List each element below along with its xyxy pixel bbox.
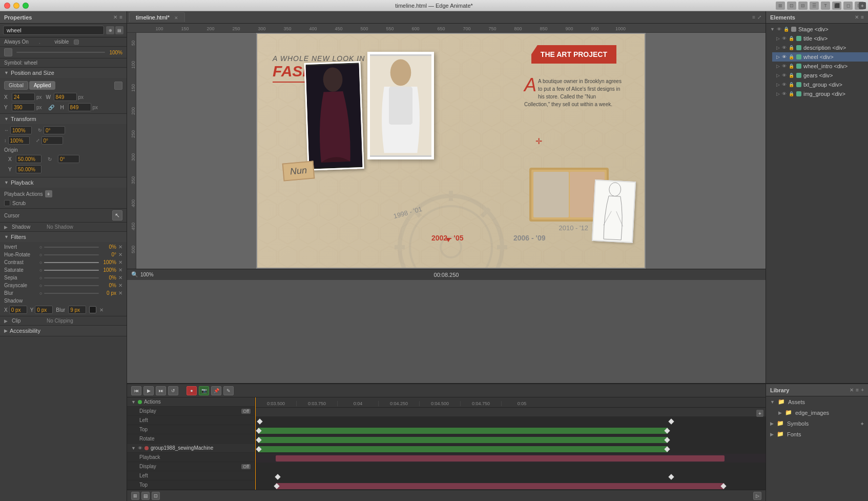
tl-display2-diamond-start[interactable]: [275, 474, 280, 479]
w-input[interactable]: [54, 93, 77, 101]
shadow-color-swatch[interactable]: [89, 306, 96, 313]
fonts-folder-icon: 📁: [777, 431, 784, 437]
title-label: title <div>: [803, 35, 828, 42]
sepia-reset[interactable]: ✕: [118, 275, 122, 280]
shadow-blur-input[interactable]: [68, 306, 86, 314]
tl-step-button[interactable]: ⏭: [156, 386, 166, 395]
library-close-icon[interactable]: ✕: [850, 387, 854, 393]
search-options-icon[interactable]: ▤: [115, 26, 123, 34]
library-assets[interactable]: ▼ 📁 Assets: [766, 396, 868, 407]
search-icon[interactable]: ⊕: [106, 26, 114, 34]
global-button[interactable]: Global: [4, 81, 28, 90]
invert-slider[interactable]: [44, 247, 99, 248]
contrast-reset[interactable]: ✕: [118, 259, 122, 265]
y-input[interactable]: [12, 103, 35, 111]
library-edge-images[interactable]: ▶ 📁 edge_images: [766, 407, 868, 418]
ruler-v-100: 100: [131, 61, 136, 69]
tl-diamond-2[interactable]: [668, 418, 674, 424]
tl-pin-button[interactable]: 📌: [211, 386, 221, 395]
tab-timeline[interactable]: timeline.html* ✕: [129, 12, 185, 22]
contrast-slider[interactable]: [44, 262, 99, 263]
tl-record-button[interactable]: ●: [187, 386, 197, 395]
origin-y-input[interactable]: [16, 165, 42, 173]
transform-header[interactable]: ▼ Transform: [0, 114, 127, 124]
properties-menu-icon[interactable]: ≡: [119, 14, 122, 20]
tab-bar-expand-icon[interactable]: ⤢: [757, 14, 761, 20]
tl-bottom-btn-1[interactable]: ⊞: [131, 492, 139, 500]
tl-bottom-btn-2[interactable]: ▤: [141, 492, 150, 500]
scale-y-input[interactable]: [8, 136, 30, 145]
tl-sewing-expand[interactable]: ▼: [131, 446, 136, 451]
library-fonts[interactable]: ▶ 📁 Fonts: [766, 429, 868, 439]
tl-diamond-1[interactable]: [257, 418, 262, 424]
blur-slider[interactable]: [44, 293, 99, 294]
visible-checkbox[interactable]: [74, 39, 79, 45]
tl-bottom-btn-right[interactable]: ▷: [753, 492, 761, 500]
element-wheel-intro[interactable]: ▷ 👁 🔒 wheel_intro <div>: [772, 62, 868, 71]
tl-playhead[interactable]: [255, 397, 256, 490]
element-description[interactable]: ▷ 👁 🔒 description <div>: [772, 43, 868, 52]
shadow-remove-icon[interactable]: ✕: [99, 307, 104, 313]
shadow-x-input[interactable]: [9, 306, 27, 314]
element-txt-group[interactable]: ▷ 👁 🔒 txt_group <div>: [772, 80, 868, 89]
x-input[interactable]: [12, 93, 35, 101]
position-options-icon[interactable]: [114, 82, 122, 90]
maximize-button[interactable]: [23, 3, 29, 9]
tl-edit-button[interactable]: ✎: [223, 386, 234, 395]
grayscale-reset[interactable]: ✕: [118, 283, 122, 288]
scale-x-input[interactable]: [10, 126, 32, 134]
tl-track-add-button[interactable]: +: [756, 410, 763, 417]
filters-header[interactable]: ▼ Filters: [0, 232, 127, 242]
tl-actions-expand[interactable]: ▼: [131, 399, 136, 405]
canvas-stage: A WHOLE NEW LOOK IN FASHION. THE ART PRO…: [136, 33, 766, 269]
hue-reset[interactable]: ✕: [118, 252, 122, 257]
tab-bar-menu-icon[interactable]: ≡: [752, 14, 755, 20]
tl-loop-button[interactable]: ↺: [168, 386, 178, 395]
skew-input[interactable]: [42, 136, 63, 145]
cursor-preview[interactable]: ↖: [112, 210, 122, 221]
tab-close-icon[interactable]: ✕: [174, 15, 178, 21]
tl-display2-diamond-end[interactable]: [668, 474, 674, 479]
playback-header[interactable]: ▼ Playback: [0, 177, 127, 188]
symbols-add-icon[interactable]: +: [861, 420, 864, 427]
search-input[interactable]: [3, 26, 104, 35]
origin-angle-icon: ↻: [48, 156, 52, 162]
origin-angle-input[interactable]: [58, 155, 79, 163]
tl-play-button[interactable]: ▶: [143, 386, 154, 395]
elements-close-icon[interactable]: ✕: [855, 14, 859, 20]
tl-bottom-btn-3[interactable]: ⊡: [152, 492, 160, 500]
minimize-button[interactable]: [13, 3, 19, 9]
elements-menu-icon[interactable]: ≡: [861, 14, 864, 20]
elements-panel: Elements ✕ ≡ ▼ 👁 🔒 Stage <div> ▷: [766, 11, 868, 383]
element-wheel[interactable]: ▷ 👁 🔒 wheel <div>: [772, 52, 868, 62]
invert-reset[interactable]: ✕: [118, 244, 122, 250]
library-menu-icon[interactable]: ≡: [856, 387, 859, 393]
h-input[interactable]: [68, 103, 91, 111]
close-button[interactable]: [4, 3, 10, 9]
applied-button[interactable]: Applied: [29, 81, 55, 90]
element-stage[interactable]: ▼ 👁 🔒 Stage <div>: [766, 25, 868, 34]
blur-reset[interactable]: ✕: [118, 290, 122, 296]
sepia-slider[interactable]: [44, 277, 99, 278]
ruler-950: 950: [582, 26, 608, 31]
position-size-header[interactable]: ▼ Position and Size: [0, 68, 127, 78]
grayscale-slider[interactable]: [44, 285, 99, 286]
rotate1-input[interactable]: [44, 126, 65, 134]
library-symbols[interactable]: ▶ 📁 Symbols +: [766, 418, 868, 429]
element-img-group[interactable]: ▷ 👁 🔒 img_group <div>: [772, 89, 868, 98]
saturate-reset[interactable]: ✕: [118, 267, 122, 273]
saturate-slider[interactable]: [44, 270, 99, 271]
tl-rewind-button[interactable]: ⏮: [131, 386, 141, 395]
hue-slider[interactable]: [44, 254, 99, 255]
origin-x-input[interactable]: [16, 155, 42, 163]
element-title[interactable]: ▷ 👁 🔒 title <div>: [772, 34, 868, 43]
scrub-checkbox[interactable]: [4, 200, 10, 206]
opacity-slider[interactable]: [16, 52, 105, 53]
properties-close-icon[interactable]: ✕: [113, 14, 117, 20]
tl-camera-button[interactable]: 📷: [199, 386, 209, 395]
accessibility-header[interactable]: ▶ Accessibility: [0, 326, 127, 336]
library-add-icon[interactable]: +: [861, 387, 864, 393]
element-gears[interactable]: ▷ 👁 🔒 gears <div>: [772, 71, 868, 80]
shadow-y-input[interactable]: [35, 306, 53, 314]
playback-add-button[interactable]: +: [45, 190, 52, 197]
